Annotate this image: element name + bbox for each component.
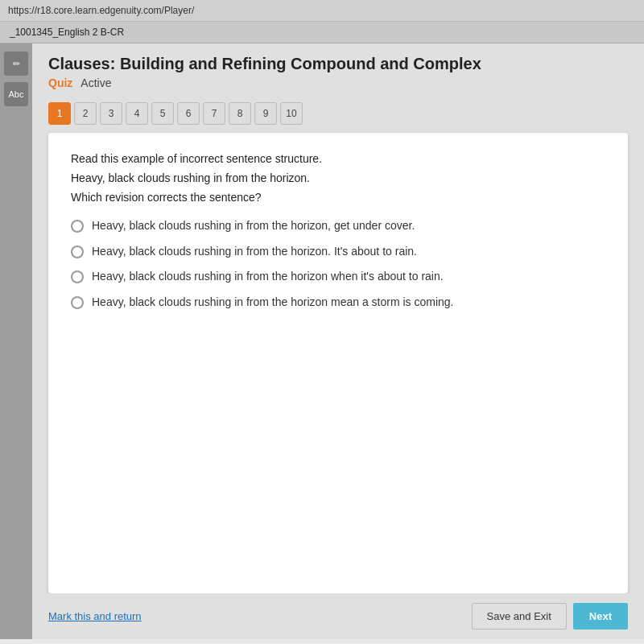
answer-options: Heavy, black clouds rushing in from the … [71,218,605,310]
question-tab-10[interactable]: 10 [280,102,303,125]
quiz-label: Quiz [48,76,72,89]
question-text-block: Read this example of incorrect sentence … [71,152,605,204]
option-text-1: Heavy, black clouds rushing in from the … [92,218,415,234]
radio-circle-3[interactable] [71,270,84,283]
question-tab-2[interactable]: 2 [74,102,97,125]
question-tab-3[interactable]: 3 [100,102,122,125]
answer-option-2[interactable]: Heavy, black clouds rushing in from the … [71,244,605,260]
save-exit-button[interactable]: Save and Exit [472,603,567,630]
abc-icon[interactable]: Abc [4,82,28,106]
answer-option-3[interactable]: Heavy, black clouds rushing in from the … [71,269,605,285]
quiz-status: Quiz Active [48,76,628,89]
next-button[interactable]: Next [573,603,628,630]
footer-bar: Mark this and return Save and Exit Next [32,593,644,639]
question-sentence: Heavy, black clouds rushing in from the … [71,171,605,184]
option-text-4: Heavy, black clouds rushing in from the … [92,295,454,311]
question-tab-1[interactable]: 1 [48,102,71,125]
question-tab-7[interactable]: 7 [203,102,225,125]
option-text-2: Heavy, black clouds rushing in from the … [92,244,417,260]
question-tab-5[interactable]: 5 [151,102,174,125]
page-header: Clauses: Building and Refining Compound … [32,43,644,102]
option-text-3: Heavy, black clouds rushing in from the … [92,269,444,285]
answer-option-4[interactable]: Heavy, black clouds rushing in from the … [71,295,605,311]
question-tab-4[interactable]: 4 [126,102,148,125]
question-tab-9[interactable]: 9 [254,102,277,125]
question-tab-6[interactable]: 6 [177,102,200,125]
page-title: Clauses: Building and Refining Compound … [48,55,628,73]
mark-return-link[interactable]: Mark this and return [48,610,142,622]
pencil-icon[interactable]: ✏ [4,52,28,76]
question-tabs: 12345678910 [32,102,644,133]
sidebar: ✏ Abc [0,43,32,639]
content-area: Clauses: Building and Refining Compound … [32,43,644,639]
question-prompt: Which revision corrects the sentence? [71,191,605,204]
url-display: https://r18.core.learn.edgenuity.com/Pla… [8,5,194,16]
question-intro: Read this example of incorrect sentence … [71,152,605,165]
active-label: Active [80,76,111,89]
radio-circle-1[interactable] [71,220,84,233]
question-tab-8[interactable]: 8 [229,102,251,125]
radio-circle-2[interactable] [71,246,84,258]
radio-circle-4[interactable] [71,296,84,309]
quiz-card: Read this example of incorrect sentence … [48,133,628,593]
main-wrapper: ✏ Abc Clauses: Building and Refining Com… [0,43,644,639]
browser-bar: https://r18.core.learn.edgenuity.com/Pla… [0,0,644,22]
course-label: _1001345_English 2 B-CR [0,22,644,43]
footer-buttons: Save and Exit Next [472,603,628,630]
answer-option-1[interactable]: Heavy, black clouds rushing in from the … [71,218,605,234]
